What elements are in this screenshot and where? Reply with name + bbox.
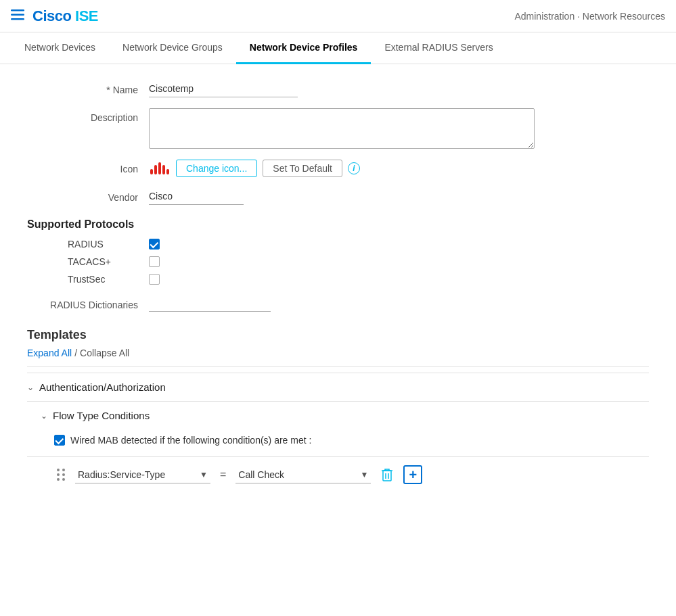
name-input[interactable]: [149, 80, 298, 97]
expand-collapse-controls: Expand All / Collapse All: [27, 348, 649, 358]
icon-row: Icon Change icon... Set To Default i: [27, 160, 649, 177]
tab-external-radius-servers[interactable]: External RADIUS Servers: [371, 32, 506, 64]
tacacs-protocol-row: TACACS+: [27, 256, 649, 267]
description-input[interactable]: [149, 108, 535, 149]
radius-dictionaries-row: RADIUS Dictionaries: [27, 298, 649, 312]
main-content: * Name Description Icon Change icon... S…: [0, 64, 676, 511]
flow-type-chevron-icon: ⌄: [41, 411, 47, 421]
auth-authz-chevron-icon: ⌄: [27, 383, 34, 392]
right-dropdown[interactable]: Call Check Framed Login Authenticate-Onl…: [235, 467, 371, 483]
set-to-default-button[interactable]: Set To Default: [263, 160, 342, 177]
condition-bottom-row: Radius:Service-Type Radius:NAS-Port-Type…: [27, 456, 649, 492]
wired-mab-condition: Wired MAB detected if the following cond…: [27, 429, 649, 451]
trustsec-protocol-row: TrustSec: [27, 274, 649, 285]
collapse-all-link[interactable]: Collapse All: [80, 348, 129, 358]
tacacs-checkbox[interactable]: [149, 256, 160, 267]
name-label: * Name: [27, 80, 149, 95]
auth-authz-title: Authentication/Authorization: [39, 381, 166, 393]
flow-type-header[interactable]: ⌄ Flow Type Conditions: [27, 401, 649, 429]
equals-sign: =: [217, 469, 229, 481]
templates-title: Templates: [27, 328, 649, 342]
tab-bar: Network Devices Network Device Groups Ne…: [0, 32, 676, 64]
info-icon[interactable]: i: [348, 162, 360, 174]
radius-label: RADIUS: [68, 239, 149, 250]
wired-mab-checkbox[interactable]: [54, 435, 65, 446]
left-dropdown-wrapper: Radius:Service-Type Radius:NAS-Port-Type…: [75, 467, 210, 483]
trustsec-checkbox[interactable]: [149, 274, 160, 285]
svg-rect-0: [11, 9, 24, 11]
radius-dictionaries-value: [149, 298, 271, 312]
tab-network-devices[interactable]: Network Devices: [11, 32, 109, 64]
trustsec-label: TrustSec: [68, 274, 149, 285]
change-icon-button[interactable]: Change icon...: [176, 160, 257, 177]
expand-collapse-divider: /: [74, 348, 77, 358]
auth-authz-section: ⌄ Authentication/Authorization ⌄ Flow Ty…: [27, 373, 649, 492]
right-dropdown-wrapper: Call Check Framed Login Authenticate-Onl…: [235, 467, 371, 483]
radius-protocol-row: RADIUS: [27, 239, 649, 250]
expand-all-link[interactable]: Expand All: [27, 348, 72, 358]
radius-checkbox[interactable]: [149, 239, 160, 250]
description-row: Description: [27, 108, 649, 149]
top-bar: Cisco ISE Administration · Network Resou…: [0, 0, 676, 32]
tab-network-device-groups[interactable]: Network Device Groups: [109, 32, 236, 64]
tacacs-label: TACACS+: [68, 256, 149, 267]
icon-controls: Change icon... Set To Default i: [149, 160, 360, 177]
hamburger-icon[interactable]: [11, 8, 24, 24]
tab-network-device-profiles[interactable]: Network Device Profiles: [236, 32, 371, 64]
flow-type-title: Flow Type Conditions: [53, 410, 150, 421]
add-condition-button[interactable]: +: [403, 465, 422, 484]
flow-type-section: ⌄ Flow Type Conditions Wired MAB detecte…: [27, 401, 649, 492]
icon-label: Icon: [27, 160, 149, 174]
auth-authz-header[interactable]: ⌄ Authentication/Authorization: [27, 373, 649, 401]
cisco-logo-icon: [149, 161, 171, 176]
svg-rect-2: [11, 18, 24, 20]
drag-handle-icon[interactable]: [54, 466, 68, 483]
left-dropdown[interactable]: Radius:Service-Type Radius:NAS-Port-Type…: [75, 467, 210, 483]
vendor-row: Vendor Cisco: [27, 188, 649, 205]
section-divider-top: [27, 366, 649, 367]
app-logo: Cisco ISE: [32, 7, 98, 25]
radius-dictionaries-label: RADIUS Dictionaries: [27, 300, 149, 310]
breadcrumb: Administration · Network Resources: [514, 11, 665, 22]
wired-mab-label: Wired MAB detected if the following cond…: [70, 435, 311, 446]
delete-condition-button[interactable]: [378, 465, 397, 484]
supported-protocols-title: Supported Protocols: [27, 218, 649, 231]
name-row: * Name: [27, 80, 649, 97]
vendor-value: Cisco: [149, 188, 244, 205]
description-label: Description: [27, 108, 149, 123]
svg-rect-3: [383, 471, 391, 481]
svg-rect-1: [11, 14, 24, 16]
vendor-label: Vendor: [27, 188, 149, 203]
